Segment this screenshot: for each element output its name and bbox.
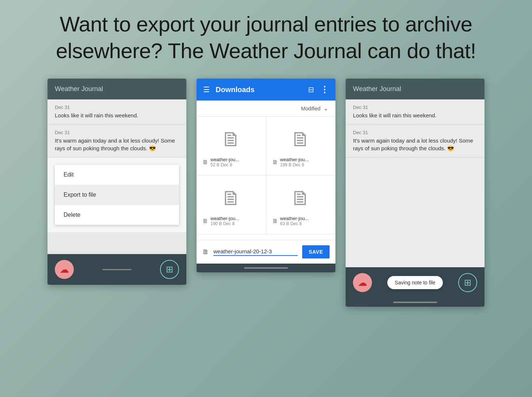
file-large-icon-4: 🗎 bbox=[290, 186, 311, 210]
file-small-icon-4: 🗎 bbox=[272, 218, 278, 224]
file-details-3: weather-jou... 190 B Dec 8 bbox=[210, 216, 239, 226]
panel3-add-fab[interactable]: ⊞ bbox=[458, 273, 477, 292]
journal3-text-2: It's warm again today and a lot less clo… bbox=[353, 137, 477, 152]
file-cell-1[interactable]: 🗎 🗎 weather-jou... 52 B Dec 8 bbox=[197, 117, 266, 175]
panel2-bottom bbox=[197, 264, 335, 272]
page-title: Want to export your journal entries to a… bbox=[22, 11, 510, 64]
context-menu-edit[interactable]: Edit bbox=[55, 165, 179, 185]
save-bar: 🗎 weather-journal-20-12-3 SAVE bbox=[197, 240, 335, 264]
file-cell-3[interactable]: 🗎 🗎 weather-jou... 190 B Dec 8 bbox=[197, 175, 266, 234]
file-small-icon-2: 🗎 bbox=[272, 159, 278, 166]
journal3-header: Weather Journal bbox=[346, 79, 484, 99]
more-icon[interactable] bbox=[320, 84, 329, 95]
file-small-icon-1: 🗎 bbox=[202, 159, 208, 166]
sort-label: Modified bbox=[301, 106, 320, 111]
panel3-add-icon: ⊞ bbox=[464, 277, 471, 288]
journal3-text-1: Looks like it will rain this weekend. bbox=[353, 111, 477, 119]
journal3-title: Weather Journal bbox=[353, 85, 401, 92]
page-header: Want to export your journal entries to a… bbox=[0, 0, 532, 79]
save-filename[interactable]: weather-journal-20-12-3 bbox=[213, 248, 298, 256]
entry-2-date: Dec 31 bbox=[55, 130, 179, 135]
file-details-2: weather-jou... 199 B Dec 8 bbox=[280, 157, 309, 167]
file-cell-2[interactable]: 🗎 🗎 weather-jou... 199 B Dec 8 bbox=[266, 117, 336, 175]
panels-container: Weather Journal Dec 31 Looks like it wil… bbox=[0, 79, 532, 307]
list-view-icon[interactable] bbox=[308, 85, 314, 94]
context-menu-delete[interactable]: Delete bbox=[55, 205, 179, 225]
file-name-2: weather-jou... bbox=[280, 157, 309, 162]
cloud-fab-button[interactable] bbox=[55, 260, 74, 279]
file-info-1: 🗎 weather-jou... 52 B Dec 8 bbox=[202, 157, 260, 167]
file-details-1: weather-jou... 52 B Dec 8 bbox=[210, 157, 239, 167]
file-meta-4: 63 B Dec 8 bbox=[280, 221, 309, 226]
panel3-scroll-indicator bbox=[393, 302, 437, 303]
journal-entry-1: Dec 31 Looks like it will rain this week… bbox=[48, 99, 186, 125]
file-meta-2: 199 B Dec 8 bbox=[280, 162, 309, 167]
journal-header: Weather Journal bbox=[48, 79, 186, 99]
file-name-4: weather-jou... bbox=[280, 216, 309, 221]
journal3-entry-2: Dec 31 It's warm again today and a lot l… bbox=[346, 125, 484, 158]
journal-list: Dec 31 Looks like it will rain this week… bbox=[48, 99, 186, 158]
partial-file-row bbox=[197, 234, 335, 240]
file-small-icon-3: 🗎 bbox=[202, 218, 208, 224]
panel3-cloud-icon bbox=[358, 277, 367, 288]
journal-title: Weather Journal bbox=[55, 85, 103, 92]
file-info-3: 🗎 weather-jou... 190 B Dec 8 bbox=[202, 216, 260, 226]
context-menu: Edit Export to file Delete bbox=[55, 165, 179, 225]
panel1-bottom-bar: ⊞ bbox=[48, 254, 186, 285]
save-button[interactable]: SAVE bbox=[302, 245, 330, 258]
add-icon: ⊞ bbox=[166, 264, 173, 275]
sort-chevron-icon[interactable]: ⌄ bbox=[323, 105, 328, 112]
files-grid: 🗎 🗎 weather-jou... 52 B Dec 8 🗎 🗎 bbox=[197, 117, 335, 234]
downloads-title: Downloads bbox=[216, 86, 302, 94]
panel3-bottom-bar: Saving note to file ⊞ bbox=[346, 267, 484, 298]
journal3-date-1: Dec 31 bbox=[353, 105, 477, 110]
entry-1-text: Looks like it will rain this weekend. bbox=[55, 111, 179, 119]
scroll-indicator bbox=[244, 267, 288, 269]
file-info-2: 🗎 weather-jou... 199 B Dec 8 bbox=[272, 157, 330, 167]
file-large-icon-1: 🗎 bbox=[221, 127, 242, 151]
cloud-icon bbox=[60, 264, 69, 275]
file-info-4: 🗎 weather-jou... 63 B Dec 8 bbox=[272, 216, 330, 226]
file-name-3: weather-jou... bbox=[210, 216, 239, 221]
downloads-header: Downloads bbox=[197, 79, 335, 101]
panel-downloads: Downloads Modified ⌄ 🗎 🗎 weather-jou... … bbox=[197, 79, 335, 272]
journal3-entry-1: Dec 31 Looks like it will rain this week… bbox=[346, 99, 484, 125]
panel-journal-saving: Weather Journal Dec 31 Looks like it wil… bbox=[346, 79, 484, 307]
hamburger-icon[interactable] bbox=[203, 85, 210, 94]
file-meta-3: 190 B Dec 8 bbox=[210, 221, 239, 226]
saving-toast-text: Saving note to file bbox=[395, 280, 435, 286]
file-cell-4[interactable]: 🗎 🗎 weather-jou... 63 B Dec 8 bbox=[266, 175, 336, 234]
journal3-empty-space bbox=[346, 158, 484, 267]
file-large-icon-3: 🗎 bbox=[221, 186, 242, 210]
sort-bar: Modified ⌄ bbox=[197, 101, 335, 117]
save-doc-icon: 🗎 bbox=[202, 248, 209, 256]
file-details-4: weather-jou... 63 B Dec 8 bbox=[280, 216, 309, 226]
add-fab-button[interactable]: ⊞ bbox=[160, 260, 179, 279]
panel3-scroll-bar bbox=[346, 298, 484, 307]
saving-toast: Saving note to file bbox=[387, 276, 442, 289]
panel3-cloud-fab[interactable] bbox=[353, 273, 372, 292]
file-name-1: weather-jou... bbox=[210, 157, 239, 162]
journal-entry-2: Dec 31 It's warm again today and a lot l… bbox=[48, 125, 186, 158]
entry-2-text: It's warm again today and a lot less clo… bbox=[55, 137, 179, 152]
panel-journal-menu: Weather Journal Dec 31 Looks like it wil… bbox=[48, 79, 186, 285]
context-menu-export[interactable]: Export to file bbox=[55, 185, 179, 205]
journal3-list: Dec 31 Looks like it will rain this week… bbox=[346, 99, 484, 158]
entry-1-date: Dec 31 bbox=[55, 105, 179, 110]
file-large-icon-2: 🗎 bbox=[290, 127, 311, 151]
journal3-date-2: Dec 31 bbox=[353, 130, 477, 135]
file-meta-1: 52 B Dec 8 bbox=[210, 162, 239, 167]
scroll-bar bbox=[102, 269, 132, 270]
